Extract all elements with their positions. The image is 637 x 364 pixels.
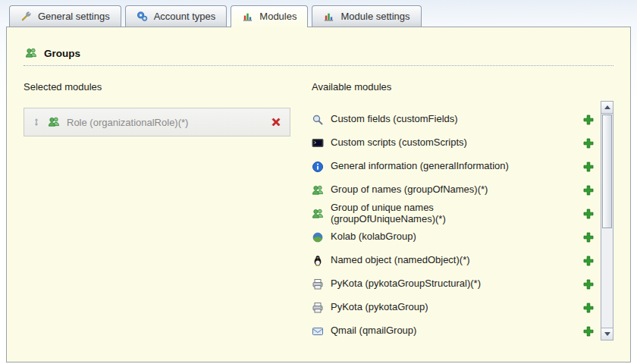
- gears-icon: [136, 11, 148, 22]
- magnifier-icon: [312, 114, 324, 126]
- penguin-icon: [312, 255, 324, 267]
- available-module-label: PyKota (pykotaGroup): [331, 302, 537, 313]
- selected-module-label: Role (organizationalRole)(*): [67, 117, 263, 128]
- group-icon: [25, 47, 37, 59]
- add-module-icon[interactable]: [582, 184, 595, 196]
- add-module-icon[interactable]: [582, 161, 595, 173]
- add-module-icon[interactable]: [582, 231, 595, 243]
- available-module-label: Group of unique names (groupOfUniqueName…: [331, 202, 537, 225]
- selected-modules-heading: Selected modules: [24, 81, 290, 93]
- available-module-label: Custom scripts (customScripts): [331, 137, 537, 149]
- available-module-row: Custom fields (customFields): [312, 108, 595, 131]
- tools-icon: [20, 11, 32, 22]
- tab-account-types[interactable]: Account types: [125, 5, 228, 27]
- add-module-icon[interactable]: [582, 255, 595, 267]
- available-module-label: Named object (namedObject)(*): [331, 255, 537, 266]
- modules-panel: Groups Selected modules: [6, 27, 631, 362]
- available-module-label: Group of names (groupOfNames)(*): [331, 184, 537, 196]
- add-module-icon[interactable]: [582, 278, 595, 290]
- add-module-icon[interactable]: [582, 302, 595, 314]
- available-module-row: Custom scripts (customScripts): [312, 131, 595, 155]
- add-module-icon[interactable]: [582, 137, 595, 149]
- arrow-down-icon: [604, 332, 610, 336]
- terminal-icon: [312, 137, 324, 149]
- section-header: Groups: [24, 38, 613, 66]
- available-modules-scrollbar[interactable]: [601, 101, 613, 340]
- available-module-row: Group of names (groupOfNames)(*): [312, 178, 595, 202]
- group-icon: [312, 208, 324, 220]
- available-module-label: Custom fields (customFields): [331, 114, 537, 125]
- available-module-row: Named object (namedObject)(*): [312, 249, 595, 272]
- tab-label: General settings: [38, 11, 110, 22]
- available-module-row: Kolab (kolabGroup): [312, 225, 595, 249]
- tab-module-settings[interactable]: Module settings: [312, 5, 421, 27]
- available-module-row: General information (generalInformation): [312, 155, 595, 178]
- group-icon: [312, 184, 324, 196]
- remove-module-icon[interactable]: [270, 116, 282, 128]
- section-title: Groups: [44, 48, 80, 59]
- available-module-row: PyKota (pykotaGroup): [312, 296, 595, 319]
- available-module-row: PyKota (pykotaGroupStructural)(*): [312, 272, 595, 296]
- available-module-row: Group of unique names (groupOfUniqueName…: [312, 202, 595, 225]
- info-icon: [312, 161, 324, 173]
- printer-icon: [312, 302, 324, 314]
- available-module-label: PyKota (pykotaGroupStructural)(*): [331, 278, 537, 290]
- arrow-up-icon: [604, 105, 610, 109]
- scrollbar-down-button[interactable]: [601, 328, 613, 340]
- drag-handle-icon[interactable]: [32, 117, 41, 127]
- tab-label: Modules: [259, 11, 297, 22]
- available-modules-heading: Available modules: [312, 81, 595, 93]
- scrollbar-track[interactable]: [601, 114, 613, 328]
- available-module-label: Kolab (kolabGroup): [331, 231, 537, 243]
- scrollbar-up-button[interactable]: [601, 102, 613, 114]
- tab-modules[interactable]: Modules: [231, 5, 308, 27]
- available-module-label: General information (generalInformation): [331, 161, 537, 172]
- available-module-row: Qmail (qmailGroup): [312, 319, 595, 343]
- printer-icon: [312, 278, 324, 290]
- tab-label: Module settings: [340, 11, 410, 22]
- chart-icon: [323, 11, 334, 22]
- add-module-icon[interactable]: [582, 325, 595, 337]
- chart-icon: [242, 11, 253, 22]
- tab-bar: General settings Account types Modules: [0, 0, 637, 27]
- tab-general-settings[interactable]: General settings: [9, 5, 121, 27]
- selected-module-row[interactable]: Role (organizationalRole)(*): [24, 108, 290, 136]
- scrollbar-thumb[interactable]: [602, 115, 612, 228]
- add-module-icon[interactable]: [582, 208, 595, 220]
- group-icon: [48, 116, 60, 128]
- kolab-icon: [312, 231, 324, 243]
- mail-icon: [312, 325, 324, 337]
- add-module-icon[interactable]: [582, 114, 595, 126]
- available-module-label: Qmail (qmailGroup): [331, 325, 537, 337]
- tab-label: Account types: [154, 11, 216, 22]
